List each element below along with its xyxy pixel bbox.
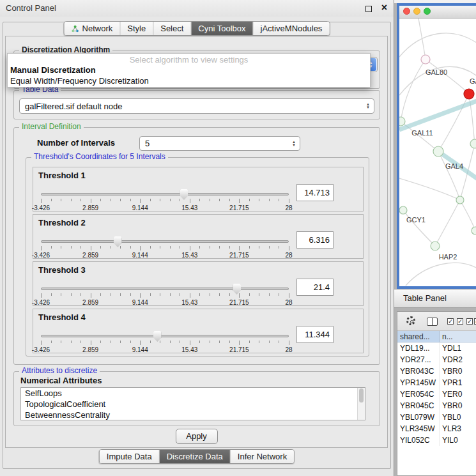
close-traffic-light-icon[interactable] (403, 8, 410, 15)
cell-name[interactable]: YBR0 (440, 400, 476, 411)
window-titlebar[interactable]: Control Panel × (0, 0, 394, 17)
column-header[interactable]: n... (440, 331, 476, 342)
table-data-combobox[interactable]: galFiltered.sif default node ▲ ▼ (19, 98, 374, 114)
tab-network[interactable]: Network (65, 22, 121, 35)
slider-track[interactable] (41, 288, 289, 290)
cell-shared-name[interactable]: YDR27... (397, 354, 440, 365)
tick-mark (239, 341, 240, 345)
threshold-4-value-field[interactable]: 11.344 (296, 326, 334, 343)
cell-name[interactable]: YER0 (440, 388, 476, 400)
network-node[interactable] (399, 206, 407, 214)
network-edge[interactable] (399, 100, 476, 130)
network-node[interactable] (472, 227, 476, 234)
threshold-1-slider[interactable]: -3.4262.8599.14415.4321.71528 (41, 189, 289, 212)
tab-infer-network[interactable]: Infer Network (231, 450, 294, 463)
attributes-scrollbar[interactable] (357, 388, 365, 420)
cell-shared-name[interactable]: YIL052C (397, 434, 440, 446)
network-edge[interactable] (406, 263, 476, 286)
scrollbar-thumb[interactable] (359, 388, 364, 403)
cell-shared-name[interactable]: YBR045C (397, 400, 440, 411)
slider-track[interactable] (41, 335, 289, 337)
network-node[interactable] (399, 117, 405, 126)
network-node[interactable] (456, 196, 464, 204)
cell-shared-name[interactable]: YER054C (397, 388, 440, 400)
bottom-tab-bar: Impute DataDiscretize DataInfer Network (99, 449, 295, 464)
tab-style[interactable]: Style (120, 22, 153, 35)
table-row[interactable]: YBL079WYBL0 (397, 411, 476, 423)
cell-shared-name[interactable]: YLR345W (397, 423, 440, 434)
tab-jactivemnodules[interactable]: jActiveMNodules (254, 22, 330, 35)
minimize-traffic-light-icon[interactable] (413, 8, 420, 15)
network-edge[interactable] (435, 200, 460, 246)
apply-button[interactable]: Apply (176, 429, 218, 444)
column-header[interactable]: shared... (397, 331, 440, 342)
slider-track[interactable] (41, 240, 289, 243)
cell-name[interactable]: YIL0 (440, 434, 476, 446)
cell-name[interactable]: YDR2 (440, 354, 476, 365)
network-window-titlebar[interactable] (399, 6, 476, 19)
close-icon[interactable]: × (381, 3, 387, 13)
list-item-topologicalcoefficient[interactable]: TopologicalCoefficient (21, 399, 365, 410)
threshold-label: Threshold 3 (38, 265, 86, 275)
attributes-listbox[interactable]: SelfLoopsTopologicalCoefficientBetweenne… (20, 387, 365, 420)
table-row[interactable]: YDL19...YDL1 (397, 342, 476, 354)
network-node[interactable] (470, 139, 476, 148)
table-panel-header[interactable]: Table Panel (394, 289, 476, 308)
cell-shared-name[interactable]: YBR043C (397, 365, 440, 377)
network-node[interactable] (421, 55, 430, 64)
network-edge[interactable] (438, 94, 469, 151)
threshold-4-slider[interactable]: -3.4262.8599.14415.4321.71528 (41, 331, 289, 354)
slider-tick-labels: -3.4262.8599.14415.4321.71528 (41, 346, 289, 354)
cell-name[interactable]: YPR1 (440, 377, 476, 388)
float-window-icon[interactable] (365, 6, 372, 12)
table-row[interactable]: YBR045CYBR0 (397, 400, 476, 411)
threshold-2-value-field[interactable]: 6.316 (296, 231, 334, 249)
cell-name[interactable]: YBL0 (440, 411, 476, 423)
threshold-1-value-field[interactable]: 14.713 (296, 184, 334, 201)
cell-name[interactable]: YBR0 (440, 365, 476, 377)
list-item-betweennesscentrality[interactable]: BetweennessCentrality (21, 410, 365, 420)
threshold-2-slider[interactable]: -3.4262.8599.14415.4321.71528 (41, 236, 289, 259)
select-checkbox-icon[interactable]: ✓ (457, 318, 463, 325)
network-edge[interactable] (399, 33, 476, 57)
table-row[interactable]: YIL052CYIL0 (397, 434, 476, 446)
threshold-3-value-field[interactable]: 21.4 (296, 279, 334, 296)
cell-shared-name[interactable]: YDL19... (397, 342, 440, 354)
cell-shared-name[interactable]: YBL079W (397, 411, 440, 423)
network-graph[interactable]: GAL80GAGAL11GAL4GCY1HAP2 (399, 19, 476, 286)
network-node[interactable] (464, 89, 474, 99)
network-edge[interactable] (426, 59, 469, 94)
table-row[interactable]: YDR27...YDR2 (397, 354, 476, 365)
select-checkbox-icon[interactable]: ✓ (466, 318, 473, 325)
number-of-intervals-combobox[interactable]: 5 ▲ ▼ (139, 136, 300, 151)
table-row[interactable]: YPR145WYPR1 (397, 377, 476, 388)
network-node[interactable] (431, 242, 440, 250)
select-checkbox-icon[interactable]: ✓ (447, 318, 454, 325)
tab-select[interactable]: Select (153, 22, 191, 35)
cell-name[interactable]: YDL1 (440, 342, 476, 354)
dropdown-item-manual-discretization[interactable]: Manual Discretization (8, 65, 370, 75)
tab-impute-data[interactable]: Impute Data (100, 450, 160, 463)
tab-discretize-data[interactable]: Discretize Data (160, 450, 231, 463)
list-item-selfloops[interactable]: SelfLoops (21, 388, 365, 399)
cell-name[interactable]: YLR3 (440, 423, 476, 434)
slider-track[interactable] (41, 193, 289, 196)
threshold-3-slider[interactable]: -3.4262.8599.14415.4321.71528 (41, 284, 289, 307)
table-toolbar: ✓ ✓ ✓ ✓ (397, 312, 476, 331)
tick-label: -3.426 (32, 252, 50, 259)
gear-icon[interactable] (406, 316, 415, 325)
network-edge[interactable] (460, 200, 475, 231)
tick-label: 15.43 (181, 204, 197, 211)
table-row[interactable]: YER054CYER0 (397, 388, 476, 400)
cell-shared-name[interactable]: YPR145W (397, 377, 440, 388)
columns-icon[interactable] (427, 318, 438, 326)
network-edge[interactable] (399, 178, 460, 200)
zoom-traffic-light-icon[interactable] (424, 8, 431, 15)
network-node[interactable] (433, 146, 443, 157)
network-edge[interactable] (401, 59, 426, 121)
tab-cyni-toolbox[interactable]: Cyni Toolbox (191, 22, 253, 35)
network-canvas[interactable]: GAL80GAGAL11GAL4GCY1HAP2 (399, 19, 476, 286)
table-row[interactable]: YBR043CYBR0 (397, 365, 476, 377)
dropdown-item-equal-width-frequency-discretization[interactable]: Equal Width/Frequency Discretization (8, 75, 370, 86)
table-row[interactable]: YLR345WYLR3 (397, 423, 476, 434)
